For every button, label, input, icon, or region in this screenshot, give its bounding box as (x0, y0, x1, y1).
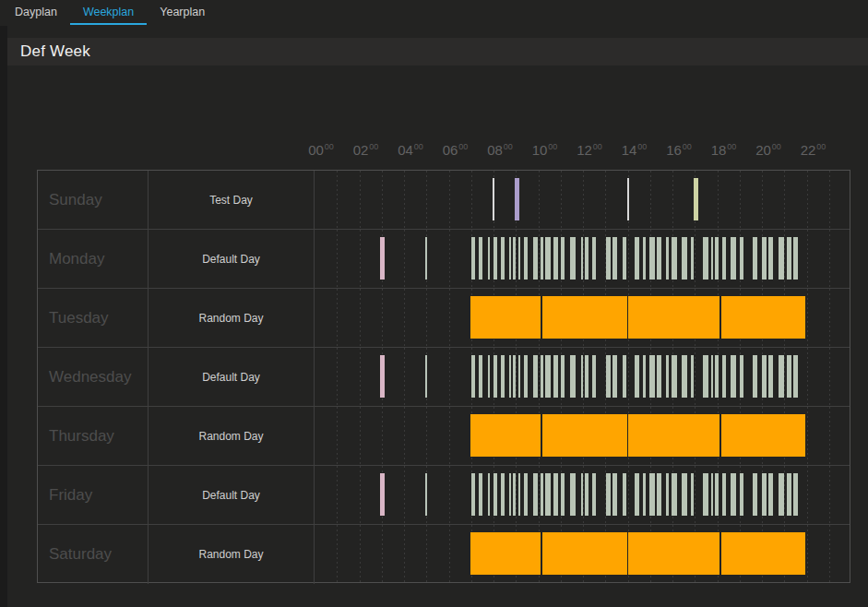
day-label[interactable]: Sunday (38, 171, 149, 229)
barcode-bar (762, 473, 767, 516)
time-label-minutes: 00 (816, 142, 826, 151)
plan-label[interactable]: Default Day (149, 466, 315, 524)
barcode-bar (518, 473, 520, 516)
schedule-mark[interactable] (425, 237, 427, 280)
tab-dayplan[interactable]: Dayplan (2, 0, 70, 25)
barcode-bar (703, 473, 708, 516)
hour-gridline (337, 230, 338, 288)
hour-gridline (762, 171, 763, 229)
barcode-bar (606, 355, 611, 398)
plan-label[interactable]: Test Day (149, 171, 315, 229)
barcode-bar (585, 237, 589, 280)
plan-label[interactable]: Random Day (149, 289, 315, 347)
hour-gridline (829, 466, 830, 524)
hour-gridline (404, 525, 405, 584)
plan-label[interactable]: Random Day (149, 407, 315, 465)
barcode-bar (793, 237, 798, 280)
hour-gridline (426, 407, 427, 465)
time-label-hour: 00 (308, 142, 324, 158)
hour-gridline (807, 525, 808, 584)
barcode-bar (635, 237, 639, 280)
hour-gridline (337, 525, 338, 584)
timeline-cell[interactable] (315, 348, 850, 406)
hour-gridline (807, 348, 808, 406)
plan-label[interactable]: Default Day (149, 348, 315, 406)
barcode-bar (711, 473, 713, 516)
schedule-mark[interactable] (425, 355, 427, 398)
hour-gridline (360, 230, 361, 288)
barcode-bar (768, 237, 773, 280)
day-label[interactable]: Monday (38, 230, 149, 288)
schedule-barcode[interactable] (471, 355, 801, 398)
hour-gridline (829, 171, 830, 229)
schedule-block[interactable] (628, 296, 720, 339)
day-label[interactable]: Thursday (38, 407, 149, 465)
barcode-bar (612, 473, 617, 516)
barcode-bar (501, 237, 505, 280)
timeline-cell[interactable] (315, 289, 850, 347)
barcode-bar (493, 473, 497, 516)
schedule-mark[interactable] (425, 473, 427, 516)
barcode-bar (541, 355, 543, 398)
schedule-mark[interactable] (380, 237, 385, 280)
time-label-hour: 02 (353, 142, 369, 158)
hour-gridline (404, 171, 405, 229)
day-label[interactable]: Friday (38, 466, 149, 524)
barcode-bar (501, 473, 505, 516)
barcode-bar (666, 237, 669, 280)
schedule-block[interactable] (628, 414, 720, 457)
schedule-block[interactable] (470, 414, 541, 457)
plan-label[interactable]: Random Day (149, 525, 315, 584)
barcode-bar (623, 237, 626, 280)
schedule-block[interactable] (470, 296, 541, 339)
timeline-cell[interactable] (315, 407, 850, 465)
schedule-block[interactable] (721, 414, 806, 457)
timeline-cell[interactable] (315, 525, 850, 584)
schedule-mark[interactable] (380, 355, 385, 398)
time-label-hour: 10 (532, 142, 548, 158)
barcode-bar (570, 237, 576, 280)
schedule-block[interactable] (542, 296, 627, 339)
barcode-bar (731, 237, 736, 280)
schedule-mark[interactable] (627, 178, 629, 220)
barcode-bar (672, 355, 677, 398)
schedule-mark[interactable] (380, 473, 385, 516)
schedule-mark[interactable] (515, 178, 519, 220)
schedule-block[interactable] (542, 532, 627, 575)
barcode-bar (541, 237, 543, 280)
day-label[interactable]: Wednesday (38, 348, 149, 406)
barcode-bar (703, 237, 708, 280)
schedule-mark[interactable] (493, 178, 494, 220)
timeline-cell[interactable] (315, 466, 850, 524)
day-label[interactable]: Tuesday (38, 289, 149, 347)
schedule-barcode[interactable] (471, 237, 801, 280)
barcode-bar (509, 237, 511, 280)
barcode-bar (643, 473, 646, 516)
hour-gridline (829, 230, 830, 288)
plan-label[interactable]: Default Day (149, 230, 315, 288)
schedule-block[interactable] (470, 532, 541, 575)
schedule-mark[interactable] (694, 178, 698, 220)
barcode-bar (541, 473, 543, 516)
barcode-bar (657, 237, 661, 280)
tab-weekplan[interactable]: Weekplan (70, 0, 147, 25)
timeline-cell[interactable] (315, 230, 850, 288)
tab-yearplan[interactable]: Yearplan (147, 0, 218, 25)
schedule-block[interactable] (542, 414, 627, 457)
time-axis-label: 2000 (755, 142, 781, 158)
hour-gridline (426, 525, 427, 584)
schedule-barcode[interactable] (471, 473, 801, 516)
table-row: TuesdayRandom Day (38, 289, 850, 348)
day-label[interactable]: Saturday (38, 525, 149, 584)
hour-gridline (404, 230, 405, 288)
timeline-cell[interactable] (315, 171, 850, 229)
barcode-bar (753, 355, 757, 398)
schedule-block[interactable] (628, 532, 720, 575)
barcode-bar (740, 355, 743, 398)
schedule-block[interactable] (721, 296, 806, 339)
schedule-block[interactable] (721, 532, 806, 575)
barcode-bar (787, 355, 791, 398)
time-axis-label: 0400 (398, 142, 423, 158)
barcode-bar (635, 355, 639, 398)
barcode-bar (762, 237, 767, 280)
